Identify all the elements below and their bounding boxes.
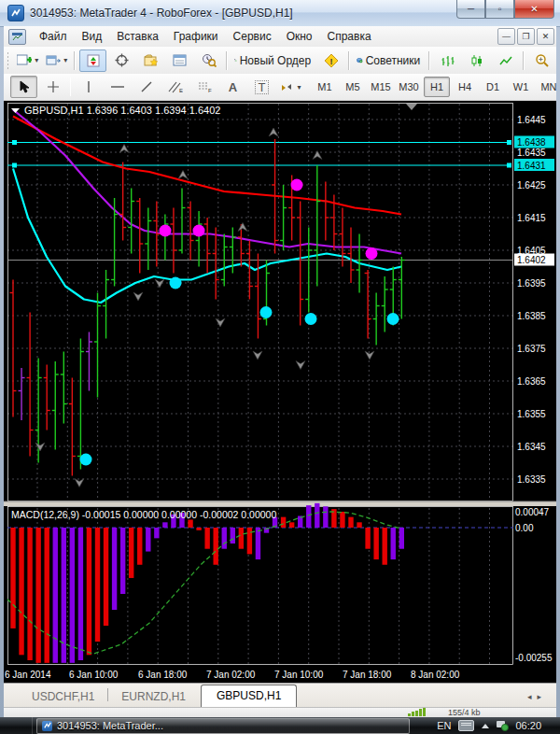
toolbar-separator xyxy=(428,51,430,70)
svg-text:MACD(12,26,9) -0.00015 0.00000: MACD(12,26,9) -0.00015 0.00000 0.00000 -… xyxy=(11,509,276,520)
arrows-tool-button[interactable]: ▾ xyxy=(277,76,304,98)
text-tool-button[interactable]: A xyxy=(219,76,246,98)
profiles-button[interactable]: ▾ xyxy=(43,49,70,72)
language-indicator[interactable]: EN xyxy=(437,720,451,731)
svg-text:F: F xyxy=(208,88,212,93)
tab-scroll-right-icon[interactable]: ▸ xyxy=(537,692,547,701)
taskbar-clock[interactable]: 06:20 xyxy=(515,720,541,731)
tab-usdchf-h1[interactable]: USDCHF,H1 xyxy=(19,687,107,708)
timeframe-h1-button[interactable]: H1 xyxy=(424,77,450,97)
title-bar: 3014953: MetaTrader 4 - RoboForex - [GBP… xyxy=(0,0,560,27)
svg-text:E: E xyxy=(179,88,183,93)
new-order-label: Новый Ордер xyxy=(240,54,313,67)
alert-button[interactable]: ! xyxy=(317,49,344,72)
metatrader-taskbar-icon xyxy=(42,721,52,731)
network-icon[interactable] xyxy=(497,721,508,730)
timeframe-m5-button[interactable]: M5 xyxy=(340,77,366,97)
close-button[interactable]: ✕ xyxy=(514,0,554,19)
taskbar-start-zone[interactable] xyxy=(0,717,33,734)
chevron-down-icon: ▾ xyxy=(35,56,38,64)
standard-toolbar: ▾ ▾ Новый Ордер ! Советники xyxy=(4,47,556,75)
traffic-counter: 155/4 kb xyxy=(448,708,481,717)
taskbar-app-button[interactable]: 3014953: MetaTrader... xyxy=(36,718,410,734)
chart-tab-bar: USDCHF,H1 EURNZD,H1 GBPUSD,H1 ◂▸ xyxy=(4,683,556,708)
taskbar: 3014953: MetaTrader... EN 06:20 xyxy=(0,717,560,734)
tab-scroll-left-icon[interactable]: ◂ xyxy=(527,692,538,701)
metatrader-app-icon xyxy=(7,5,24,21)
window-title: 3014953: MetaTrader 4 - RoboForex - [GBP… xyxy=(30,7,293,20)
svg-text:!: ! xyxy=(329,56,332,65)
timeframe-h4-button[interactable]: H4 xyxy=(452,77,478,97)
svg-text:1.6431: 1.6431 xyxy=(517,161,546,171)
chevron-down-icon: ▾ xyxy=(63,56,67,64)
expert-advisors-button[interactable]: Советники xyxy=(354,49,425,72)
tab-scroll-arrows[interactable]: ◂▸ xyxy=(527,692,547,701)
expert-advisors-label: Советники xyxy=(366,54,423,67)
svg-text:1.6402: 1.6402 xyxy=(517,255,546,265)
chart-window-icon[interactable] xyxy=(8,29,26,45)
timeframe-w1-button[interactable]: W1 xyxy=(508,77,534,97)
svg-text:GBPUSD,H1 1.6396 1.6403 1.639: GBPUSD,H1 1.6396 1.6403 1.6394 1.6402 xyxy=(24,105,220,116)
toolbar-grip[interactable] xyxy=(7,51,10,70)
connection-signal-icon xyxy=(408,708,426,716)
mdi-minimize-button[interactable]: — xyxy=(497,28,515,45)
vertical-line-tool-button[interactable] xyxy=(75,76,102,98)
horizontal-line-tool-button[interactable] xyxy=(104,76,131,98)
fibonacci-tool-button[interactable]: F xyxy=(190,76,217,98)
zoom-in-button[interactable] xyxy=(528,49,555,72)
line-chart-button[interactable] xyxy=(492,49,519,72)
market-watch-button[interactable] xyxy=(79,49,106,72)
timeframe-mn-button[interactable]: MN xyxy=(536,77,560,97)
svg-text:6 Jan 2014: 6 Jan 2014 xyxy=(5,670,51,680)
text-label-tool-button[interactable]: T xyxy=(248,76,275,98)
trendline-tool-button[interactable] xyxy=(133,76,160,98)
svg-text:1.6355: 1.6355 xyxy=(517,409,546,419)
menu-view[interactable]: Вид xyxy=(75,28,110,45)
toolbar-separator xyxy=(348,51,350,70)
minimize-button[interactable]: ─ xyxy=(456,0,485,19)
svg-text:0.00: 0.00 xyxy=(515,523,534,533)
menu-file[interactable]: Файл xyxy=(32,28,75,45)
cursor-tool-button[interactable] xyxy=(10,76,37,98)
menu-window[interactable]: Окно xyxy=(279,28,320,45)
tab-gbpusd-h1[interactable]: GBPUSD,H1 xyxy=(201,685,297,708)
keyboard-icon[interactable] xyxy=(458,720,474,731)
data-window-button[interactable] xyxy=(108,49,135,72)
gbpusd-h1-chart[interactable]: 1.64451.64351.64251.64151.64051.63951.63… xyxy=(4,100,556,683)
svg-text:-0.00255: -0.00255 xyxy=(515,653,553,663)
tab-eurnzd-h1[interactable]: EURNZD,H1 xyxy=(108,687,199,708)
svg-text:1.6415: 1.6415 xyxy=(517,213,546,223)
new-order-button[interactable]: Новый Ордер xyxy=(231,49,315,72)
candlestick-chart-button[interactable] xyxy=(463,49,490,72)
system-tray: EN 06:20 xyxy=(437,720,560,731)
timeframe-m15-button[interactable]: M15 xyxy=(368,77,394,97)
timeframe-m30-button[interactable]: M30 xyxy=(396,77,422,97)
crosshair-tool-button[interactable] xyxy=(39,76,66,98)
chevron-down-icon: ▾ xyxy=(297,83,301,92)
mdi-restore-button[interactable]: ❐ xyxy=(517,28,535,45)
maximize-button[interactable]: ▫ xyxy=(485,0,514,19)
menu-charts[interactable]: Графики xyxy=(166,28,226,45)
menu-help[interactable]: Справка xyxy=(320,28,379,45)
menu-insert[interactable]: Вставка xyxy=(109,28,166,45)
show-hidden-icons-arrow[interactable] xyxy=(482,724,489,728)
svg-text:6 Jan 18:00: 6 Jan 18:00 xyxy=(138,670,188,680)
window-frame-left xyxy=(0,0,4,717)
timeframe-d1-button[interactable]: D1 xyxy=(480,77,506,97)
terminal-button[interactable] xyxy=(166,49,193,72)
mdi-close-button[interactable]: ✕ xyxy=(537,28,554,45)
toolbar-separator xyxy=(70,78,71,96)
text-tool-glyph: A xyxy=(229,81,237,93)
equidistant-channel-tool-button[interactable]: E xyxy=(161,76,189,98)
strategy-tester-button[interactable] xyxy=(195,49,222,72)
timeframe-m1-button[interactable]: M1 xyxy=(312,77,338,97)
bar-chart-button[interactable] xyxy=(434,49,461,72)
svg-text:1.6438: 1.6438 xyxy=(517,137,546,148)
navigator-button[interactable] xyxy=(137,49,164,72)
toolbar-separator xyxy=(74,51,76,70)
chart-area[interactable]: 1.64451.64351.64251.64151.64051.63951.63… xyxy=(4,100,556,683)
svg-text:1.6375: 1.6375 xyxy=(517,344,546,354)
svg-text:8 Jan 02:00: 8 Jan 02:00 xyxy=(411,670,460,680)
new-chart-button[interactable]: ▾ xyxy=(14,49,41,72)
menu-tools[interactable]: Сервис xyxy=(226,28,279,45)
